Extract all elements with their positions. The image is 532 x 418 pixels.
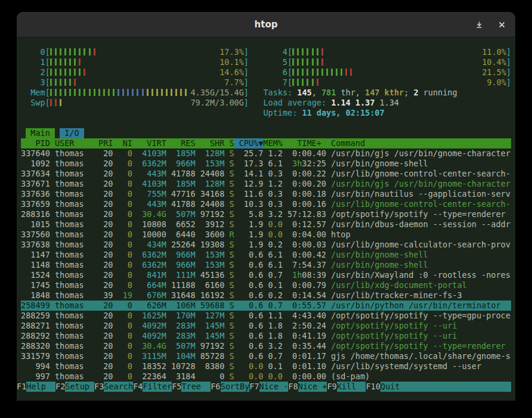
- meter-bar: [345, 69, 347, 76]
- meter-close-bracket: ]: [244, 78, 249, 88]
- cell-cpu: 0.6: [234, 270, 264, 280]
- cell-command: /usr/lib/gnome-control-center-search-: [326, 169, 511, 179]
- cell-cpu: 11.6: [234, 189, 264, 199]
- fnkey-f10[interactable]: F10Quit: [366, 382, 511, 392]
- col-header-s[interactable]: S: [224, 138, 234, 148]
- process-row[interactable]: 1092thomas2006362M966M153MS17.36.13h32:2…: [21, 159, 511, 169]
- meter-bar: [83, 69, 85, 76]
- process-row[interactable]: 288292thomas2004092M283M145MS0.61.80:41.…: [21, 331, 511, 341]
- cell-state: S: [224, 280, 234, 290]
- cell-pri: 20: [98, 169, 113, 179]
- col-header-shr[interactable]: SHR: [196, 138, 225, 148]
- cell-mem: 1.2: [263, 148, 287, 159]
- tab-io[interactable]: I/O: [60, 128, 84, 138]
- cell-cpu: 0.0: [234, 371, 264, 382]
- col-header-pri[interactable]: PRI: [98, 138, 113, 148]
- meter-close-bracket: ]: [506, 57, 511, 67]
- process-row[interactable]: 1147thomas2006362M966M153MS0.66.10:00.42…: [21, 250, 511, 260]
- process-row[interactable]: 1148thomas2006362M966M153MS0.66.17:54.37…: [21, 260, 511, 270]
- process-row[interactable]: 337636thomas200755M4771634168S11.60.30:0…: [21, 189, 511, 199]
- col-header-cmd[interactable]: Command: [326, 138, 511, 148]
- process-row[interactable]: 337638thomas200434M2526419308S1.90.20:00…: [21, 240, 511, 250]
- cell-res: 966M: [166, 250, 196, 260]
- meter-bar: [50, 99, 52, 106]
- cell-pid: 337659: [21, 199, 50, 209]
- window-titlebar[interactable]: htop: [17, 12, 515, 38]
- process-row[interactable]: 288316thomas20030.4G507M97192S5.83.257:1…: [21, 209, 511, 219]
- fnkey-f3[interactable]: F3Search: [94, 382, 133, 392]
- process-row[interactable]: 337640thomas2004103M185M128MS25.71.20:00…: [21, 148, 511, 159]
- fnkey-f5[interactable]: F5Tree: [172, 382, 211, 392]
- process-row-selected[interactable]: 258499thomas200626M106M59688S0.60.70:55.…: [21, 301, 511, 311]
- process-row[interactable]: 337671thomas2004103M185M128MS12.91.20:00…: [21, 179, 511, 189]
- cell-res: 170M: [166, 311, 196, 321]
- fnkey-f1[interactable]: F1Help: [17, 382, 55, 392]
- fnkey-f9[interactable]: F9Kill: [327, 382, 366, 392]
- process-row[interactable]: 997thomas2002236431840S0.00.00:00.00(sd-…: [21, 371, 511, 382]
- col-header-user[interactable]: USER: [50, 138, 98, 148]
- cell-mem: 0.3: [263, 169, 287, 179]
- meter-bar: [350, 69, 352, 76]
- process-row[interactable]: 288320thomas20030.4G507M97192S0.63.20:35…: [21, 341, 511, 351]
- meter-value: 4.35G/15.4G: [190, 88, 243, 98]
- fnkey-f4[interactable]: F4Filter: [133, 382, 172, 392]
- cell-virt: 6362M: [132, 250, 166, 260]
- cell-user: thomas: [50, 341, 98, 351]
- cell-pri: 20: [98, 148, 113, 159]
- process-row[interactable]: 331579thomas2003115M104M85728S0.60.70:01…: [21, 351, 511, 361]
- col-header-res[interactable]: RES: [166, 138, 196, 148]
- cell-pid: 288316: [21, 209, 50, 219]
- process-row[interactable]: 1015thomas2001080866523912S1.90.00:12.57…: [21, 219, 511, 230]
- cell-time: 0:55.57: [287, 301, 326, 311]
- meter-bar: [79, 58, 81, 66]
- meter-bar: [122, 89, 124, 96]
- fnkey-action: Tree: [181, 382, 211, 392]
- process-row[interactable]: 337560thomas2001000064403600R1.90.00:04.…: [21, 230, 511, 240]
- fnkey-f8[interactable]: F8Nice +: [288, 382, 327, 392]
- process-row[interactable]: 288271thomas2004092M283M145MS0.61.82:50.…: [21, 321, 511, 331]
- col-header-pid[interactable]: PID: [21, 138, 50, 148]
- process-row[interactable]: 1848thomas3919676M3164816192S0.60.20:14.…: [21, 290, 511, 301]
- cell-shr: 85728: [196, 351, 225, 361]
- cell-time: 0:00.18: [287, 189, 326, 199]
- col-header-ni[interactable]: NI: [113, 138, 132, 148]
- cell-cpu: 0.0: [234, 361, 264, 371]
- process-row[interactable]: 288259thomas2001625M170M127MS0.61.14:43.…: [21, 311, 511, 321]
- meter-bar: [60, 58, 61, 66]
- meter-bars: 10.4%: [292, 57, 506, 67]
- cell-pri: 20: [98, 260, 113, 270]
- fnkey-f2[interactable]: F2Setup: [55, 382, 94, 392]
- meter-bar: [55, 79, 57, 86]
- cell-time: 0:01.10: [287, 361, 326, 371]
- fnkey-f6[interactable]: F6SortBy: [211, 382, 249, 392]
- cell-user: thomas: [50, 199, 98, 209]
- meter-open-bracket: [: [287, 67, 292, 78]
- col-header-time[interactable]: TIME+: [287, 138, 326, 148]
- cell-time: 2:50.24: [287, 321, 326, 331]
- tab-main[interactable]: Main: [26, 128, 55, 138]
- close-icon[interactable]: [497, 20, 506, 29]
- cell-virt: 626M: [132, 301, 166, 311]
- cell-state: S: [224, 179, 234, 189]
- cell-cpu: 0.6: [234, 280, 264, 290]
- cell-user: thomas: [50, 250, 98, 260]
- meter-bar: [142, 89, 144, 96]
- meter-bar: [55, 89, 57, 96]
- process-row[interactable]: 1745thomas200664M111886160S0.60.10:00.79…: [21, 280, 511, 290]
- meter-bars: 9.0%: [292, 78, 506, 88]
- col-header-virt[interactable]: VIRT: [132, 138, 166, 148]
- meter-label: Mem: [21, 88, 45, 98]
- meter-bar: [55, 69, 57, 76]
- col-header-cpu[interactable]: CPU%▼: [234, 138, 264, 148]
- meter-bars: 14.6%: [50, 67, 244, 78]
- process-row[interactable]: 1524thomas200841M111M45136S0.60.71h08:39…: [21, 270, 511, 280]
- process-row[interactable]: 337659thomas200443M4178824408S10.30.30:0…: [21, 199, 511, 209]
- restore-down-icon[interactable]: [475, 20, 483, 29]
- fnkey-f7[interactable]: F7Nice -: [249, 382, 288, 392]
- process-row[interactable]: 337634thomas200443M4178824408S14.10.30:0…: [21, 169, 511, 179]
- meter-bar: [180, 89, 182, 96]
- cell-res: 111M: [166, 270, 196, 280]
- col-header-mem[interactable]: MEM%: [263, 138, 287, 148]
- cell-virt: 10000: [132, 230, 166, 240]
- process-row[interactable]: 994thomas20018352107288380S0.00.10:01.10…: [21, 361, 511, 371]
